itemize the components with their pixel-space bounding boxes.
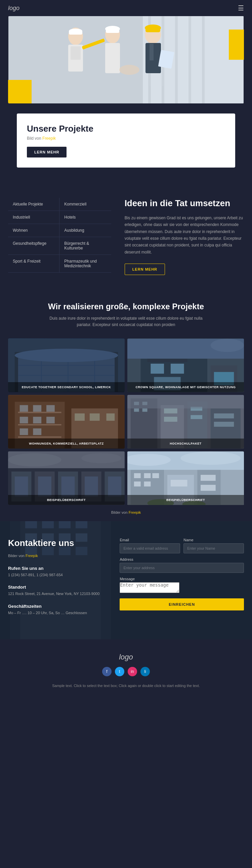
form-group-address: Address [120,557,244,573]
footer-logo: logo [8,653,244,661]
svg-rect-49 [46,405,55,412]
contact-title: Kontaktiere uns [8,538,110,548]
svg-rect-59 [18,424,61,425]
form-group-message: Message [120,577,244,594]
contact-info: Kontaktiere uns Bilder von Freepik Rufen… [8,538,110,623]
svg-rect-39 [150,364,164,374]
hero-card-subtitle: Bild von Freepik [27,136,225,141]
svg-rect-19 [149,44,153,60]
project-card-1-label: EDUCATE TOGETHER SECONDARY SCHOOL, LIMER… [8,382,125,392]
projects-freepik: Bilder von Freepik [8,510,244,515]
svg-rect-15 [106,29,119,33]
contact-freepik-link[interactable]: Freepik [26,554,38,558]
name-input[interactable] [184,543,244,553]
service-item-kommerziell[interactable]: Kommerziell [59,198,111,211]
contact-address-block: Standort 121 Rock Street, 21 Avenue, New… [8,585,110,597]
svg-rect-74 [214,413,234,418]
svg-rect-47 [20,405,28,412]
projects-freepik-link[interactable]: Freepik [129,510,141,515]
svg-point-33 [15,348,118,362]
header: logo ☰ [0,0,252,16]
services-learn-more-button[interactable]: LERN MEHR [125,264,165,275]
svg-rect-75 [214,422,234,427]
service-item-gesundheit[interactable]: Gesundheitspflege [8,237,59,255]
svg-rect-70 [164,408,177,413]
project-card-4-label: HOCHSCHULPAKET [127,438,244,448]
svg-rect-22 [158,50,174,68]
project-card-5-label: BEISPIELÜBERSCHRIFT [8,495,125,505]
service-item-pharma[interactable]: Pharmazeutik und Medizintechnik [59,255,111,273]
svg-rect-76 [127,395,244,408]
svg-rect-54 [33,428,41,435]
footer-text: Sample text. Click to select the text bo… [8,683,244,689]
project-card-1[interactable]: EDUCATE TOGETHER SECONDARY SCHOOL, LIMER… [8,338,125,392]
project-card-3[interactable]: WOHNUNGEN, KOMMERZIELL, ARBEITSPLATZ [8,395,125,448]
svg-rect-55 [75,413,85,421]
services-grid-container: Aktuelle Projekte Kommerziell Industriel… [8,198,111,275]
submit-button[interactable]: EINREICHEN [120,598,244,611]
contact-inner: Kontaktiere uns Bilder von Freepik Rufen… [8,538,244,623]
instagram-icon[interactable]: in [128,667,137,676]
contact-freepik: Bilder von Freepik [8,554,110,558]
svg-rect-53 [20,428,28,435]
project-card-5[interactable]: BEISPIELÜBERSCHRIFT [8,451,125,505]
hero-learn-more-button[interactable]: LERN MEHR [27,147,66,157]
projects-title: Wir realisieren große, komplexe Projekte [8,302,244,311]
svg-point-23 [119,65,139,75]
contact-hours-block: Geschäftszeiten Mo – Fr …. 10 – 20 Uhr, … [8,604,110,616]
contact-phone-block: Rufen Sie uns an 1 (234) 567-891, 1 (234… [8,566,110,578]
svg-rect-52 [46,417,55,424]
svg-rect-88 [85,476,98,496]
svg-rect-48 [33,405,41,412]
services-content: Ideen in die Tat umsetzen Bis zu einem g… [118,198,244,275]
email-input[interactable] [120,543,180,553]
hero-yellow-accent-right [229,30,244,60]
address-input[interactable] [120,563,244,573]
project-card-3-label: WOHNUNGEN, KOMMERZIELL, ARBEITSPLATZ [8,438,125,448]
svg-rect-73 [191,415,202,419]
svg-rect-21 [145,27,160,32]
message-textarea[interactable] [120,582,179,593]
svg-rect-118 [76,521,87,528]
svg-rect-103 [144,481,151,486]
service-item-ausbildung[interactable]: Ausbildung [59,224,111,237]
svg-rect-56 [90,413,100,421]
svg-rect-69 [142,408,147,412]
svg-rect-117 [59,521,71,528]
services-title: Ideen in die Tat umsetzen [125,198,244,209]
svg-rect-105 [201,475,216,481]
menu-icon[interactable]: ☰ [238,4,244,12]
service-item-industriell[interactable]: Industriell [8,211,59,224]
twitter-icon[interactable]: t [115,667,124,676]
svg-rect-13 [105,43,120,73]
svg-rect-71 [164,417,177,422]
svg-rect-86 [38,476,51,496]
svg-rect-51 [33,417,41,424]
project-card-4[interactable]: HOCHSCHULPAKET [127,395,244,448]
svg-point-109 [181,451,241,465]
svg-rect-99 [134,473,141,478]
svg-rect-50 [20,417,28,424]
project-card-6[interactable]: BEISPIELÜBERSCHRIFT [127,451,244,505]
form-group-name: Name [184,538,244,553]
service-item-buerger[interactable]: Bürgerrecht & Kulturerbe [59,237,111,255]
contact-address-label: Standort [8,585,110,590]
freepik-link[interactable]: Freepik [42,136,56,141]
hero-image [8,16,244,103]
svg-rect-106 [201,485,216,491]
svg-rect-40 [171,364,184,374]
svg-rect-9 [71,46,81,60]
services-grid: Aktuelle Projekte Kommerziell Industriel… [8,198,111,273]
facebook-icon[interactable]: f [102,667,112,676]
svg-point-43 [211,338,244,352]
linkedin-icon[interactable]: li [140,667,150,676]
service-item-sport[interactable]: Sport & Freizeit [8,255,59,273]
footer-social: f t in li [8,667,244,676]
svg-rect-11 [69,31,82,35]
project-card-2[interactable]: CROWN SQUARE, WOHNANLAGE MIT GEMISCHTER … [127,338,244,392]
service-item-hotels[interactable]: Hotels [59,211,111,224]
contact-phone-label: Rufen Sie uns an [8,566,110,571]
service-item-aktuelle[interactable]: Aktuelle Projekte [8,198,59,211]
service-item-wohnen[interactable]: Wohnen [8,224,59,237]
contact-hours-label: Geschäftszeiten [8,604,110,609]
